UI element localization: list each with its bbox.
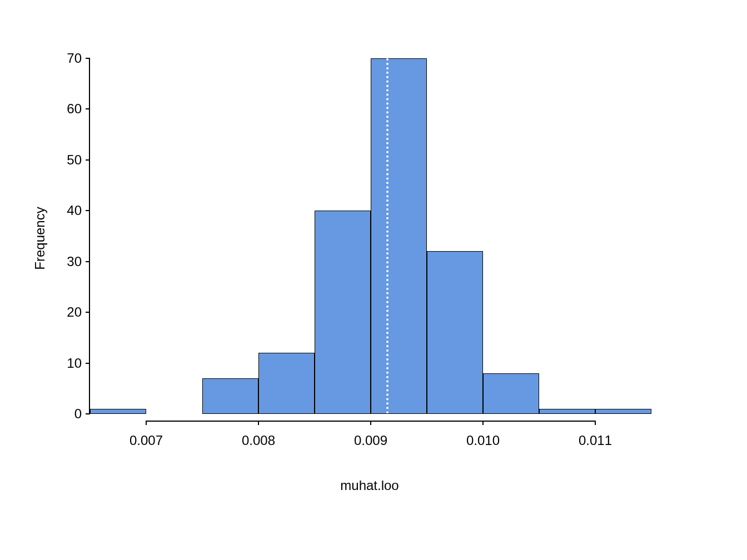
x-tick bbox=[146, 421, 147, 425]
x-tick-label: 0.008 bbox=[242, 433, 275, 448]
y-tick bbox=[86, 312, 90, 313]
histogram-bar bbox=[258, 353, 315, 414]
histogram-bar bbox=[371, 58, 427, 414]
y-tick bbox=[86, 261, 90, 262]
y-tick-label: 20 bbox=[51, 304, 82, 320]
x-tick bbox=[482, 421, 484, 425]
histogram-chart: 0102030405060700.0070.0080.0090.0100.011… bbox=[0, 0, 747, 560]
y-tick bbox=[86, 108, 90, 109]
histogram-bar bbox=[539, 409, 595, 414]
histogram-bar bbox=[595, 409, 651, 414]
y-tick-label: 40 bbox=[51, 203, 82, 218]
x-tick-label: 0.010 bbox=[466, 433, 500, 448]
y-tick bbox=[86, 363, 90, 364]
x-tick-label: 0.009 bbox=[354, 433, 387, 448]
y-tick-label: 50 bbox=[51, 152, 82, 168]
x-tick bbox=[595, 421, 596, 425]
y-axis-title: Frequency bbox=[32, 207, 48, 269]
y-tick-label: 70 bbox=[51, 51, 82, 66]
y-tick-label: 10 bbox=[51, 356, 82, 371]
histogram-bar bbox=[315, 211, 371, 414]
y-tick-label: 30 bbox=[51, 254, 82, 269]
histogram-bar bbox=[202, 378, 258, 414]
x-tick bbox=[258, 421, 259, 425]
histogram-bar bbox=[90, 409, 146, 414]
histogram-bar bbox=[427, 251, 483, 414]
x-tick-label: 0.007 bbox=[130, 433, 163, 448]
y-tick bbox=[86, 413, 90, 414]
x-tick bbox=[370, 421, 371, 425]
y-tick-label: 60 bbox=[51, 101, 82, 117]
y-tick-label: 0 bbox=[51, 406, 82, 422]
y-tick bbox=[86, 210, 90, 211]
x-tick-label: 0.011 bbox=[579, 433, 612, 448]
plot-area: 0102030405060700.0070.0080.0090.0100.011 bbox=[89, 58, 651, 414]
histogram-bar bbox=[483, 373, 539, 414]
x-axis-title: muhat.loo bbox=[340, 478, 399, 493]
y-tick bbox=[86, 159, 90, 161]
reference-vline bbox=[386, 58, 389, 414]
y-tick bbox=[86, 58, 90, 59]
